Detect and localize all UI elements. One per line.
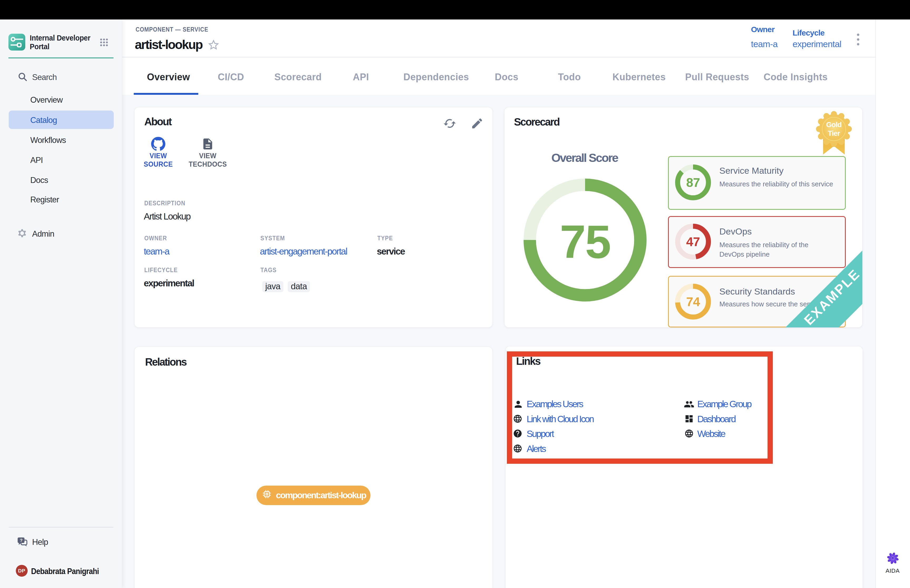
- svg-text:87: 87: [686, 176, 700, 189]
- svg-text:74: 74: [686, 295, 700, 309]
- svg-text:75: 75: [560, 216, 610, 268]
- svg-text:47: 47: [686, 235, 700, 249]
- svg-text:Tier: Tier: [828, 129, 840, 137]
- svg-text:Gold: Gold: [826, 121, 842, 129]
- svg-text:?: ?: [20, 538, 23, 543]
